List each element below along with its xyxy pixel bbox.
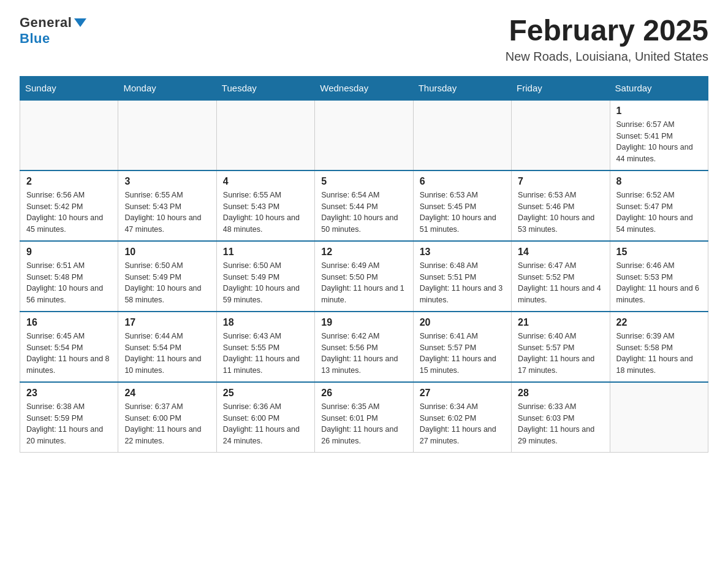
day-number: 18 bbox=[223, 317, 308, 328]
page-header: General Blue February 2025 New Roads, Lo… bbox=[20, 15, 708, 64]
day-sun-info: Sunrise: 6:34 AMSunset: 6:02 PMDaylight:… bbox=[420, 401, 505, 447]
day-sun-info: Sunrise: 6:56 AMSunset: 5:42 PMDaylight:… bbox=[26, 190, 112, 236]
logo-general-text: General bbox=[20, 15, 72, 31]
day-of-week-header: Friday bbox=[512, 76, 610, 100]
day-number: 26 bbox=[321, 388, 406, 399]
calendar-cell: 2Sunrise: 6:56 AMSunset: 5:42 PMDaylight… bbox=[20, 170, 118, 241]
day-number: 10 bbox=[124, 247, 210, 258]
day-of-week-header: Sunday bbox=[20, 76, 118, 100]
day-of-week-header: Saturday bbox=[610, 76, 708, 100]
day-number: 21 bbox=[518, 317, 603, 328]
day-number: 23 bbox=[26, 388, 112, 399]
calendar-cell: 5Sunrise: 6:54 AMSunset: 5:44 PMDaylight… bbox=[315, 170, 413, 241]
day-sun-info: Sunrise: 6:48 AMSunset: 5:51 PMDaylight:… bbox=[420, 260, 505, 306]
day-number: 19 bbox=[321, 317, 406, 328]
calendar-cell: 24Sunrise: 6:37 AMSunset: 6:00 PMDayligh… bbox=[118, 382, 216, 453]
calendar-cell: 28Sunrise: 6:33 AMSunset: 6:03 PMDayligh… bbox=[512, 382, 610, 453]
calendar-cell: 9Sunrise: 6:51 AMSunset: 5:48 PMDaylight… bbox=[20, 241, 118, 312]
calendar-cell: 10Sunrise: 6:50 AMSunset: 5:49 PMDayligh… bbox=[118, 241, 216, 312]
month-title: February 2025 bbox=[506, 15, 708, 47]
calendar-cell: 11Sunrise: 6:50 AMSunset: 5:49 PMDayligh… bbox=[216, 241, 314, 312]
day-number: 8 bbox=[616, 176, 702, 187]
day-of-week-header: Thursday bbox=[413, 76, 511, 100]
calendar-cell: 20Sunrise: 6:41 AMSunset: 5:57 PMDayligh… bbox=[413, 312, 511, 382]
day-sun-info: Sunrise: 6:53 AMSunset: 5:46 PMDaylight:… bbox=[518, 190, 603, 236]
calendar-week-row: 9Sunrise: 6:51 AMSunset: 5:48 PMDaylight… bbox=[20, 241, 708, 312]
day-sun-info: Sunrise: 6:36 AMSunset: 6:00 PMDaylight:… bbox=[223, 401, 308, 447]
day-number: 5 bbox=[321, 176, 406, 187]
calendar-cell: 14Sunrise: 6:47 AMSunset: 5:52 PMDayligh… bbox=[512, 241, 610, 312]
calendar-week-row: 23Sunrise: 6:38 AMSunset: 5:59 PMDayligh… bbox=[20, 382, 708, 453]
calendar-header-row: SundayMondayTuesdayWednesdayThursdayFrid… bbox=[20, 76, 708, 100]
day-number: 24 bbox=[124, 388, 210, 399]
day-sun-info: Sunrise: 6:46 AMSunset: 5:53 PMDaylight:… bbox=[616, 260, 702, 306]
day-sun-info: Sunrise: 6:50 AMSunset: 5:49 PMDaylight:… bbox=[223, 260, 308, 306]
day-sun-info: Sunrise: 6:39 AMSunset: 5:58 PMDaylight:… bbox=[616, 331, 702, 377]
day-number: 6 bbox=[420, 176, 505, 187]
calendar-cell: 17Sunrise: 6:44 AMSunset: 5:54 PMDayligh… bbox=[118, 312, 216, 382]
calendar-cell bbox=[216, 100, 314, 170]
logo: General Blue bbox=[20, 15, 86, 47]
day-sun-info: Sunrise: 6:52 AMSunset: 5:47 PMDaylight:… bbox=[616, 190, 702, 236]
calendar-cell bbox=[118, 100, 216, 170]
day-sun-info: Sunrise: 6:54 AMSunset: 5:44 PMDaylight:… bbox=[321, 190, 406, 236]
day-sun-info: Sunrise: 6:44 AMSunset: 5:54 PMDaylight:… bbox=[124, 331, 210, 377]
calendar-cell: 1Sunrise: 6:57 AMSunset: 5:41 PMDaylight… bbox=[610, 100, 708, 170]
day-sun-info: Sunrise: 6:55 AMSunset: 5:43 PMDaylight:… bbox=[223, 190, 308, 236]
day-sun-info: Sunrise: 6:47 AMSunset: 5:52 PMDaylight:… bbox=[518, 260, 603, 306]
logo-triangle-icon bbox=[74, 18, 86, 27]
day-number: 13 bbox=[420, 247, 505, 258]
calendar-cell: 13Sunrise: 6:48 AMSunset: 5:51 PMDayligh… bbox=[413, 241, 511, 312]
day-number: 27 bbox=[420, 388, 505, 399]
day-number: 22 bbox=[616, 317, 702, 328]
day-sun-info: Sunrise: 6:41 AMSunset: 5:57 PMDaylight:… bbox=[420, 331, 505, 377]
day-number: 3 bbox=[124, 176, 210, 187]
calendar-cell: 21Sunrise: 6:40 AMSunset: 5:57 PMDayligh… bbox=[512, 312, 610, 382]
day-number: 28 bbox=[518, 388, 603, 399]
day-number: 4 bbox=[223, 176, 308, 187]
day-sun-info: Sunrise: 6:49 AMSunset: 5:50 PMDaylight:… bbox=[321, 260, 406, 306]
calendar-cell: 16Sunrise: 6:45 AMSunset: 5:54 PMDayligh… bbox=[20, 312, 118, 382]
day-number: 15 bbox=[616, 247, 702, 258]
calendar-cell bbox=[512, 100, 610, 170]
calendar-week-row: 16Sunrise: 6:45 AMSunset: 5:54 PMDayligh… bbox=[20, 312, 708, 382]
day-number: 7 bbox=[518, 176, 603, 187]
day-of-week-header: Monday bbox=[118, 76, 216, 100]
day-sun-info: Sunrise: 6:51 AMSunset: 5:48 PMDaylight:… bbox=[26, 260, 112, 306]
calendar-cell: 8Sunrise: 6:52 AMSunset: 5:47 PMDaylight… bbox=[610, 170, 708, 241]
calendar-cell: 23Sunrise: 6:38 AMSunset: 5:59 PMDayligh… bbox=[20, 382, 118, 453]
day-sun-info: Sunrise: 6:35 AMSunset: 6:01 PMDaylight:… bbox=[321, 401, 406, 447]
calendar-cell: 22Sunrise: 6:39 AMSunset: 5:58 PMDayligh… bbox=[610, 312, 708, 382]
calendar-cell: 27Sunrise: 6:34 AMSunset: 6:02 PMDayligh… bbox=[413, 382, 511, 453]
day-sun-info: Sunrise: 6:55 AMSunset: 5:43 PMDaylight:… bbox=[124, 190, 210, 236]
day-sun-info: Sunrise: 6:50 AMSunset: 5:49 PMDaylight:… bbox=[124, 260, 210, 306]
calendar-cell: 6Sunrise: 6:53 AMSunset: 5:45 PMDaylight… bbox=[413, 170, 511, 241]
calendar-cell: 26Sunrise: 6:35 AMSunset: 6:01 PMDayligh… bbox=[315, 382, 413, 453]
calendar-cell bbox=[20, 100, 118, 170]
calendar-cell: 15Sunrise: 6:46 AMSunset: 5:53 PMDayligh… bbox=[610, 241, 708, 312]
calendar-week-row: 2Sunrise: 6:56 AMSunset: 5:42 PMDaylight… bbox=[20, 170, 708, 241]
calendar-cell bbox=[315, 100, 413, 170]
day-sun-info: Sunrise: 6:57 AMSunset: 5:41 PMDaylight:… bbox=[616, 119, 702, 165]
day-sun-info: Sunrise: 6:42 AMSunset: 5:56 PMDaylight:… bbox=[321, 331, 406, 377]
day-number: 1 bbox=[616, 105, 702, 117]
day-sun-info: Sunrise: 6:53 AMSunset: 5:45 PMDaylight:… bbox=[420, 190, 505, 236]
calendar-cell: 25Sunrise: 6:36 AMSunset: 6:00 PMDayligh… bbox=[216, 382, 314, 453]
calendar-cell: 19Sunrise: 6:42 AMSunset: 5:56 PMDayligh… bbox=[315, 312, 413, 382]
logo-blue-text: Blue bbox=[20, 31, 50, 47]
day-sun-info: Sunrise: 6:38 AMSunset: 5:59 PMDaylight:… bbox=[26, 401, 112, 447]
day-number: 2 bbox=[26, 176, 112, 187]
day-number: 14 bbox=[518, 247, 603, 258]
day-sun-info: Sunrise: 6:37 AMSunset: 6:00 PMDaylight:… bbox=[124, 401, 210, 447]
day-number: 9 bbox=[26, 247, 112, 258]
calendar-cell bbox=[610, 382, 708, 453]
title-area: February 2025 New Roads, Louisiana, Unit… bbox=[506, 15, 708, 64]
calendar-week-row: 1Sunrise: 6:57 AMSunset: 5:41 PMDaylight… bbox=[20, 100, 708, 170]
calendar-table: SundayMondayTuesdayWednesdayThursdayFrid… bbox=[20, 76, 708, 453]
day-of-week-header: Tuesday bbox=[216, 76, 314, 100]
calendar-cell: 3Sunrise: 6:55 AMSunset: 5:43 PMDaylight… bbox=[118, 170, 216, 241]
day-number: 12 bbox=[321, 247, 406, 258]
day-sun-info: Sunrise: 6:43 AMSunset: 5:55 PMDaylight:… bbox=[223, 331, 308, 377]
calendar-cell: 18Sunrise: 6:43 AMSunset: 5:55 PMDayligh… bbox=[216, 312, 314, 382]
day-sun-info: Sunrise: 6:40 AMSunset: 5:57 PMDaylight:… bbox=[518, 331, 603, 377]
